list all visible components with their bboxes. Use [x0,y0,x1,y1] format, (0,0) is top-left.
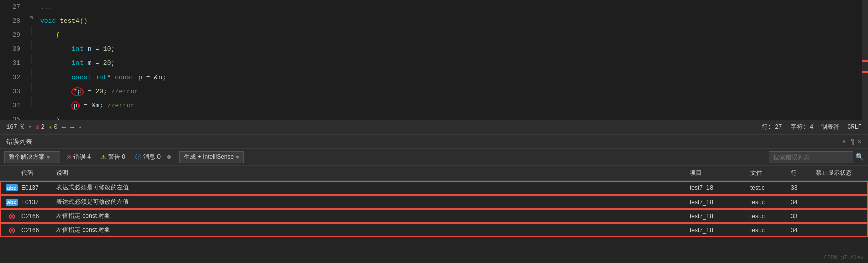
build-btn-label: 生成 + IntelliSense [184,153,234,161]
row-3-project: test7_18 [688,212,748,221]
search-errors-input[interactable] [769,151,853,163]
toolbar-search: 🔍 [769,151,864,163]
search-icon: 🔍 [855,153,864,161]
col-header-project: 项目 [688,168,748,178]
error-panel: 错误列表 ▾ ¶ ✕ 整个解决方案 ▾ ⊗ 错误 4 ⚠ 警告 0 ⓘ 消息 0… [0,134,868,263]
code-line-33: *p = 20 ; //error [40,85,862,99]
row-2-suppress [814,201,864,203]
var-p: p [138,71,142,85]
keyword-int-30: int [71,42,83,56]
gutter-30: │ [26,38,36,52]
row-2-code: E0137 [19,198,54,207]
scrollbar-error-mark2 [862,71,868,73]
keyword-int-32: int [95,71,107,85]
circled-p: p [71,101,80,110]
close-brace: } [56,113,60,120]
row-4-project: test7_18 [688,226,748,235]
warnings-filter-btn[interactable]: ⚠ 警告 0 [97,151,129,163]
num-20-33: 20 [95,85,103,99]
code-line-32: const int * const p = & n ; [40,71,862,85]
paren-close: ) [84,14,88,28]
keyword-void: void [40,14,56,28]
line-num-27: 27 [4,0,20,14]
error-table-header: 代码 说明 项目 文件 行 禁止显示状态 [0,166,868,181]
nav-back-arrow[interactable]: ← [62,123,66,132]
row-4-icon: ⊗ [4,225,19,236]
editor-scrollbar[interactable] [862,0,868,120]
circle-x-icon-2: ⊗ [8,226,16,235]
gutter-27 [26,0,36,12]
error-count: 2 [41,124,44,131]
col-header-file: 文件 [748,168,788,178]
error-table-body: abc E0137 表达式必须是可修改的左值 test7_18 test.c 3… [0,181,868,237]
code-line-31: int m = 20 ; [40,56,862,71]
status-line: 行: 27 [762,123,782,132]
var-m-ref: m [95,99,99,113]
code-line-35: } [40,113,862,120]
build-btn[interactable]: 生成 + IntelliSense ▾ [179,151,244,163]
gutter-28[interactable]: ⊟ [26,12,36,23]
errors-filter-btn[interactable]: ⊗ 错误 4 [62,151,95,163]
gutter-35 [26,108,36,120]
panel-title-actions: ▾ ¶ ✕ [842,137,862,146]
row-4-suppress [814,229,864,231]
panel-pin-icon[interactable]: ▾ ¶ [842,137,854,146]
scope-label: 整个解决方案 [9,153,45,161]
warning-badge[interactable]: ⚠ 0 [49,123,58,132]
row-4-line: 34 [788,226,814,235]
zoom-level: 167 % [6,124,24,131]
info-filter-btn[interactable]: ⓘ 消息 0 [131,151,165,163]
col-header-desc: 说明 [54,168,688,178]
open-brace: { [56,28,60,42]
table-row[interactable]: ⊗ C2166 左值指定 const 对象 test7_18 test.c 34 [0,223,868,237]
num-10: 10 [103,42,111,56]
row-4-file: test.c [748,226,788,235]
comment-34: //error [107,99,135,113]
error-badge[interactable]: ⊗ 2 [36,123,45,132]
nav-forward-arrow[interactable]: → [70,123,74,132]
gutter-32: │ [26,66,36,80]
panel-close-icon[interactable]: ✕ [858,137,862,146]
row-1-icon: abc [4,183,19,192]
row-3-code: C2166 [19,212,54,221]
table-row[interactable]: ⊗ C2166 左值指定 const 对象 test7_18 test.c 33 [0,209,868,223]
table-row[interactable]: abc E0137 表达式必须是可修改的左值 test7_18 test.c 3… [0,195,868,209]
scope-dropdown[interactable]: 整个解决方案 ▾ [4,151,60,163]
panel-header: 错误列表 ▾ ¶ ✕ [0,135,868,149]
error-panel-toolbar: 整个解决方案 ▾ ⊗ 错误 4 ⚠ 警告 0 ⓘ 消息 0 ⊗ 生成 + Int… [0,149,868,166]
table-row[interactable]: abc E0137 表达式必须是可修改的左值 test7_18 test.c 3… [0,181,868,195]
code-line-28: void test4 ( ) [40,14,862,28]
num-20-31: 20 [103,56,111,71]
row-2-desc: 表达式必须是可修改的左值 [54,196,688,207]
col-header-icon [4,168,19,178]
abc-icon: abc [6,184,18,191]
collapse-icon-28[interactable]: ⊟ [30,15,33,21]
var-m: m [88,56,92,71]
status-tab: 制表符 [821,123,839,132]
code-editor: 27 28 29 30 31 32 33 34 35 ⊟ │ │ │ │ │ │ [0,0,868,120]
row-1-line: 33 [788,183,814,192]
status-char: 字符: 4 [791,123,814,132]
row-4-desc: 左值指定 const 对象 [54,225,688,235]
gutter-33: │ [26,80,36,94]
line-num-31: 31 [4,56,20,71]
toolbar-sep [175,152,175,162]
col-header-line: 行 [788,168,814,178]
keyword-const-32b: const [115,71,134,85]
dropdown-chevron: ▾ [47,154,50,161]
row-1-code: E0137 [19,183,54,192]
paren-open: ( [80,14,84,28]
col-header-code: 代码 [19,168,54,178]
row-2-icon: abc [4,198,19,207]
warning-count: 0 [54,124,58,131]
warning-filter-icon: ⚠ [101,154,106,161]
row-1-desc: 表达式必须是可修改的左值 [54,182,688,193]
status-bar-right: 行: 27 字符: 4 制表符 CRLF [762,123,862,132]
filter-icon[interactable]: ⊗ [167,153,171,161]
info-filter-icon: ⓘ [135,153,141,161]
status-crlf: CRLF [847,124,862,131]
col-header-suppress: 禁止显示状态 [814,168,864,178]
abc-icon-2: abc [6,199,18,206]
code-line-30: int n = 10 ; [40,42,862,56]
row-2-file: test.c [748,198,788,207]
